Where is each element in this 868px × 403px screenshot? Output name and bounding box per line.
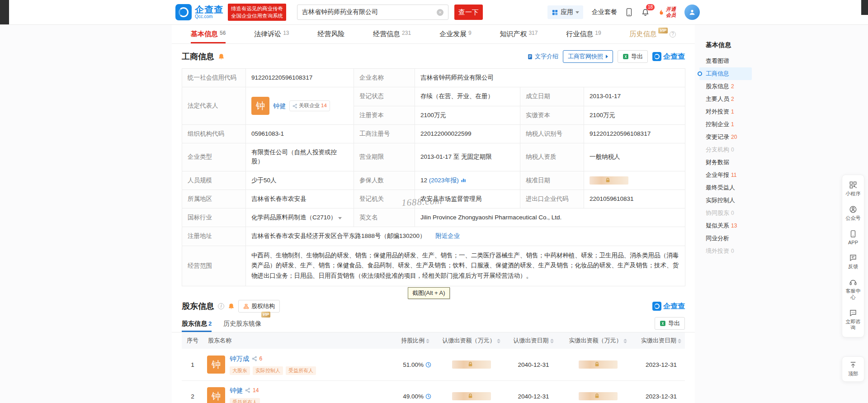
shareholder-link[interactable]: 钟健 [230, 386, 243, 395]
nav-item-annual-reports[interactable]: 企业年报11 [699, 169, 752, 181]
field-label: 纳税人识别号 [520, 124, 584, 143]
tab-ip[interactable]: 知识产权317 [500, 25, 538, 43]
open-vip-button[interactable]: 开通 会员 [658, 6, 676, 18]
legal-rep-link[interactable]: 钟健 [273, 101, 286, 111]
chevron-down-icon[interactable] [338, 217, 342, 219]
mini-program-button[interactable]: 小程序 [842, 177, 864, 201]
official-account-button[interactable]: 公众号 [842, 201, 864, 226]
main-tabbar: 基本信息56 法律诉讼13 经营风险 经营信息231 企业发展9 知识产权317… [172, 25, 695, 44]
tab-risk[interactable]: 经营风险 [317, 25, 344, 43]
nav-item-investments[interactable]: 对外投资1 [699, 105, 752, 118]
support-center-button[interactable]: 客服中心 [842, 274, 864, 305]
qcc-logo[interactable]: 企查查 Qcc.com 缔造有远见的商业传奇 全国企业信用查询系统 [175, 4, 286, 21]
related-icon [292, 104, 297, 109]
tab-development[interactable]: 企业发展9 [439, 25, 472, 43]
nav-item-overseas[interactable]: 境外投资0 [699, 245, 752, 257]
nav-item-actual-controller[interactable]: 实际控制人 [699, 194, 752, 207]
business-scope: 中西药、生物制剂、生物制品的研发、销售；保健用品的研发、生产、销售；一、二类医疗… [246, 246, 685, 286]
related-icon[interactable] [252, 356, 257, 361]
qcc-watermark-logo: 企查查 [652, 302, 685, 311]
nav-item-shareholders[interactable]: 股东信息2 [699, 80, 752, 93]
field-value: 2013-01-17 至 无固定期限 [415, 143, 520, 171]
cell-no: 2 [182, 380, 203, 403]
cell-ratio: 49.00% [384, 380, 434, 403]
tab-current-shareholders[interactable]: 股东信息2 [182, 320, 212, 332]
nav-item-beneficiaries[interactable]: 最终受益人 [699, 181, 752, 194]
nav-item-branches[interactable]: 分支机构0 [699, 143, 752, 156]
nav-item-key-people[interactable]: 主要人员2 [699, 93, 752, 105]
export-button[interactable]: 导出 [618, 50, 648, 63]
headset-icon [849, 278, 857, 286]
user-avatar[interactable] [684, 5, 700, 20]
trend-chart-icon[interactable] [461, 177, 466, 183]
search-input[interactable] [302, 9, 437, 16]
back-to-top-button[interactable]: 顶部 [842, 357, 864, 381]
cell-paid-amount [558, 349, 637, 380]
tab-basic-info[interactable]: 基本信息56 [191, 25, 226, 43]
subscribe-bell-icon[interactable] [228, 303, 235, 310]
excel-icon [623, 53, 629, 60]
related-companies-badge[interactable]: 关联企业 14 [289, 100, 330, 111]
related-icon[interactable] [245, 388, 250, 393]
shareholder-link[interactable]: 钟万成 [230, 355, 250, 363]
brand-slogan: 缔造有远见的商业传奇 全国企业信用查询系统 [228, 4, 286, 21]
search-button[interactable]: 查一下 [454, 5, 483, 20]
legal-rep-avatar: 钟 [251, 97, 269, 115]
consult-now-button[interactable]: 立即咨询 [842, 305, 864, 336]
feedback-button[interactable]: 反馈 [842, 250, 864, 274]
nav-item-graph[interactable]: 查看图谱 [699, 55, 752, 67]
apps-label: 应用 [561, 8, 573, 16]
clock-icon[interactable] [425, 362, 431, 368]
col-subscribed-date[interactable]: 认缴出资日期 [509, 332, 558, 349]
cell-subscribed-amount [434, 380, 509, 403]
nav-item-business-info[interactable]: 工商信息 [699, 67, 752, 80]
col-ratio[interactable]: 持股比例 [384, 332, 434, 349]
annual-report-link[interactable]: (2023年报) [429, 177, 459, 184]
app-download-button[interactable]: APP [842, 226, 864, 250]
nav-item-controlled[interactable]: 控制企业1 [699, 118, 752, 131]
nav-item-peer-analysis[interactable]: 同业分析 [699, 232, 752, 245]
subscribe-bell-icon[interactable] [218, 53, 225, 60]
col-subscribed-amount[interactable]: 认缴出资额（万元） [434, 332, 509, 349]
mobile-app-button[interactable] [626, 8, 632, 17]
locked-value[interactable] [579, 360, 618, 369]
nav-item-changes[interactable]: 变更记录20 [699, 131, 752, 143]
cell-paid-amount [558, 380, 637, 403]
slogan-line1: 缔造有远见的商业传奇 [231, 5, 283, 12]
tab-history-shareholders[interactable]: 历史股东镜像 VIP [223, 320, 261, 332]
chat-icon [849, 309, 857, 317]
package-link[interactable]: 企业套餐 [592, 8, 617, 16]
nav-item-suspected-relations[interactable]: 疑似关系13 [699, 219, 752, 232]
locked-value[interactable] [590, 176, 628, 185]
apps-menu[interactable]: 应用 [547, 5, 583, 19]
locked-value[interactable] [452, 392, 491, 400]
feedback-icon [849, 254, 857, 262]
sort-icon [550, 339, 554, 343]
nav-item-co-shareholders[interactable]: 协同股东0 [699, 207, 752, 219]
tab-industry[interactable]: 行业信息19 [566, 25, 601, 43]
chevron-down-icon [576, 11, 579, 14]
text-intro-link[interactable]: 文字介绍 [527, 52, 558, 61]
col-paid-date[interactable]: 实缴出资日期 [637, 332, 685, 349]
tab-legal[interactable]: 法律诉讼13 [254, 25, 289, 43]
cell-subscribed-date: 2040-12-31 [509, 349, 558, 380]
phone-icon [849, 230, 857, 238]
tab-history[interactable]: 历史信息 VIP ? [629, 25, 676, 43]
clock-icon[interactable] [425, 394, 431, 399]
locked-value[interactable] [452, 360, 491, 369]
equity-structure-button[interactable]: 股权结构 [238, 300, 280, 313]
locked-value[interactable] [579, 392, 618, 400]
official-snapshot-button[interactable]: 工商官网快照 [563, 50, 613, 63]
notifications-button[interactable]: 18 [641, 8, 650, 17]
shareholders-tabbar: 股东信息2 历史股东镜像 VIP 导出 [172, 316, 695, 332]
clear-search-icon[interactable]: × [437, 9, 443, 16]
col-paid-amount[interactable]: 实缴出资额（万元） [558, 332, 637, 349]
field-label: 国标行业 [182, 209, 246, 227]
nav-item-financials[interactable]: 财务数据 [699, 156, 752, 169]
tab-operation[interactable]: 经营信息231 [373, 25, 411, 43]
nearby-companies-link[interactable]: 附近企业 [435, 232, 460, 239]
field-value: 2100万元 [415, 106, 520, 124]
vip-badge: VIP [658, 28, 668, 33]
export-shareholders-button[interactable]: 导出 [655, 317, 685, 330]
notification-badge: 18 [646, 4, 655, 10]
